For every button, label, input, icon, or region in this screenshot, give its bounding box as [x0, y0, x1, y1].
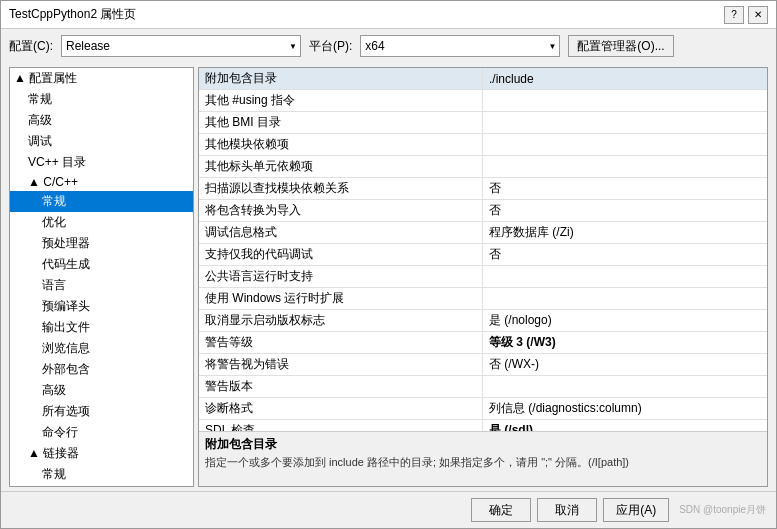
tree-item-c-yu-chu-li[interactable]: 预处理器: [10, 233, 193, 254]
prop-row[interactable]: 诊断格式列信息 (/diagnostics:column): [199, 398, 767, 420]
prop-value: 否: [483, 244, 767, 265]
desc-text: 指定一个或多个要添加到 include 路径中的目录; 如果指定多个，请用 ";…: [205, 455, 761, 470]
tree-item-lian-chang-gui[interactable]: 常规: [10, 464, 193, 485]
prop-value: [483, 156, 767, 177]
tree-item-c-suo-you[interactable]: 所有选项: [10, 401, 193, 422]
tree-item-c-dai-ma[interactable]: 代码生成: [10, 254, 193, 275]
tree-item-c-liu-lan[interactable]: 浏览信息: [10, 338, 193, 359]
main-area: ▲ 配置属性常规高级调试VC++ 目录▲ C/C++常规优化预处理器代码生成语言…: [1, 63, 776, 491]
platform-label: 平台(P):: [309, 38, 352, 55]
prop-row[interactable]: 将警告视为错误否 (/WX-): [199, 354, 767, 376]
tree-item-c-cpp[interactable]: ▲ C/C++: [10, 173, 193, 191]
prop-row[interactable]: 取消显示启动版权标志是 (/nologo): [199, 310, 767, 332]
toolbar-row: 配置(C): Release Debug 所有配置 ▼ 平台(P): x64 x…: [1, 29, 776, 63]
ok-button[interactable]: 确定: [471, 498, 531, 522]
platform-select[interactable]: x64 x86: [360, 35, 560, 57]
config-select-wrapper: Release Debug 所有配置 ▼: [61, 35, 301, 57]
prop-value: 是 (/sdl): [483, 420, 767, 431]
prop-value: [483, 112, 767, 133]
prop-row[interactable]: 扫描源以查找模块依赖关系否: [199, 178, 767, 200]
prop-row[interactable]: 使用 Windows 运行时扩展: [199, 288, 767, 310]
tree-item-vc-mu-lu[interactable]: VC++ 目录: [10, 152, 193, 173]
prop-row[interactable]: SDL 检查是 (/sdl): [199, 420, 767, 431]
close-button[interactable]: ✕: [748, 6, 768, 24]
prop-name: 警告等级: [199, 332, 483, 353]
tree-panel: ▲ 配置属性常规高级调试VC++ 目录▲ C/C++常规优化预处理器代码生成语言…: [9, 67, 194, 487]
prop-value: [483, 266, 767, 287]
tree-item-c-chang-gui[interactable]: 常规: [10, 191, 193, 212]
tree-item-gao-ji[interactable]: 高级: [10, 110, 193, 131]
prop-value: 否: [483, 200, 767, 221]
tree-item-c-gao-ji[interactable]: 高级: [10, 380, 193, 401]
prop-row[interactable]: 支持仅我的代码调试否: [199, 244, 767, 266]
prop-name: 其他 BMI 目录: [199, 112, 483, 133]
prop-row[interactable]: 将包含转换为导入否: [199, 200, 767, 222]
config-select[interactable]: Release Debug 所有配置: [61, 35, 301, 57]
prop-row[interactable]: 附加包含目录./include: [199, 68, 767, 90]
prop-name: 诊断格式: [199, 398, 483, 419]
dialog-title: TestCppPython2 属性页: [9, 6, 136, 23]
prop-value: [483, 90, 767, 111]
prop-row[interactable]: 公共语言运行时支持: [199, 266, 767, 288]
prop-value: 等级 3 (/W3): [483, 332, 767, 353]
prop-name: 支持仅我的代码调试: [199, 244, 483, 265]
tree-item-c-ming-ling[interactable]: 命令行: [10, 422, 193, 443]
tree-item-diao-shi[interactable]: 调试: [10, 131, 193, 152]
prop-value: ./include: [483, 68, 767, 89]
footer: 确定 取消 应用(A) SDN @toonpie月饼: [1, 491, 776, 528]
tree-item-c-yu-bian[interactable]: 预编译头: [10, 296, 193, 317]
title-controls: ? ✕: [724, 6, 768, 24]
prop-name: 附加包含目录: [199, 68, 483, 89]
prop-name: 取消显示启动版权标志: [199, 310, 483, 331]
apply-button[interactable]: 应用(A): [603, 498, 669, 522]
tree-item-lian-shu-ru[interactable]: 输入: [10, 485, 193, 487]
tree-item-c-wai-bu[interactable]: 外部包含: [10, 359, 193, 380]
prop-row[interactable]: 警告等级等级 3 (/W3): [199, 332, 767, 354]
prop-name: SDL 检查: [199, 420, 483, 431]
tree-item-c-you-hua[interactable]: 优化: [10, 212, 193, 233]
prop-row[interactable]: 其他 BMI 目录: [199, 112, 767, 134]
cancel-button[interactable]: 取消: [537, 498, 597, 522]
prop-name: 扫描源以查找模块依赖关系: [199, 178, 483, 199]
config-label: 配置(C):: [9, 38, 53, 55]
prop-name: 其他模块依赖项: [199, 134, 483, 155]
properties-table: 附加包含目录./include其他 #using 指令其他 BMI 目录其他模块…: [199, 68, 767, 431]
prop-value: 否: [483, 178, 767, 199]
prop-row[interactable]: 其他 #using 指令: [199, 90, 767, 112]
platform-select-wrapper: x64 x86 ▼: [360, 35, 560, 57]
help-button[interactable]: ?: [724, 6, 744, 24]
prop-name: 其他标头单元依赖项: [199, 156, 483, 177]
prop-row[interactable]: 调试信息格式程序数据库 (/Zi): [199, 222, 767, 244]
prop-name: 公共语言运行时支持: [199, 266, 483, 287]
prop-row[interactable]: 其他标头单元依赖项: [199, 156, 767, 178]
prop-value: 是 (/nologo): [483, 310, 767, 331]
title-bar: TestCppPython2 属性页 ? ✕: [1, 1, 776, 29]
prop-value: [483, 288, 767, 309]
tree-item-c-yu-yan[interactable]: 语言: [10, 275, 193, 296]
properties-panel: 附加包含目录./include其他 #using 指令其他 BMI 目录其他模块…: [198, 67, 768, 487]
tree-item-lian-jie[interactable]: ▲ 链接器: [10, 443, 193, 464]
prop-name: 将警告视为错误: [199, 354, 483, 375]
prop-name: 其他 #using 指令: [199, 90, 483, 111]
tree-item-pei-zhi-shu-xing[interactable]: ▲ 配置属性: [10, 68, 193, 89]
prop-value: 否 (/WX-): [483, 354, 767, 375]
prop-name: 使用 Windows 运行时扩展: [199, 288, 483, 309]
prop-value: 程序数据库 (/Zi): [483, 222, 767, 243]
prop-value: 列信息 (/diagnostics:column): [483, 398, 767, 419]
config-manager-button[interactable]: 配置管理器(O)...: [568, 35, 673, 57]
prop-row[interactable]: 警告版本: [199, 376, 767, 398]
prop-name: 警告版本: [199, 376, 483, 397]
prop-name: 将包含转换为导入: [199, 200, 483, 221]
prop-name: 调试信息格式: [199, 222, 483, 243]
prop-value: [483, 376, 767, 397]
description-panel: 附加包含目录 指定一个或多个要添加到 include 路径中的目录; 如果指定多…: [199, 431, 767, 486]
tree-item-chang-gui[interactable]: 常规: [10, 89, 193, 110]
desc-title: 附加包含目录: [205, 436, 761, 453]
property-dialog: TestCppPython2 属性页 ? ✕ 配置(C): Release De…: [0, 0, 777, 529]
prop-value: [483, 134, 767, 155]
watermark: SDN @toonpie月饼: [679, 503, 766, 517]
prop-row[interactable]: 其他模块依赖项: [199, 134, 767, 156]
tree-item-c-shu-chu[interactable]: 输出文件: [10, 317, 193, 338]
